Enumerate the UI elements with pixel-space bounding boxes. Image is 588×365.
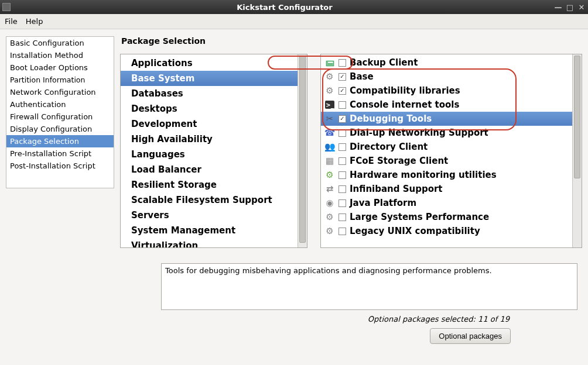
menu-help[interactable]: Help [26,17,43,26]
package-checkbox[interactable] [339,129,346,137]
tools-icon: ✂ [324,113,335,124]
gear-icon: ⚙ [324,226,335,236]
package-item[interactable]: ⚙Hardware monitoring utilities [321,168,572,182]
category-listbox: Applications Base System Databases Deskt… [120,54,307,248]
window-controls: — □ ✕ [554,3,586,12]
package-label: Dial-up Networking Support [350,128,488,138]
description-box: Tools for debugging misbehaving applicat… [161,263,577,310]
menubar: File Help [0,14,588,29]
phone-icon: ☎ [324,128,335,138]
category-item[interactable]: Desktops [121,101,298,116]
package-label: Java Platform [350,198,416,208]
optional-packages-button[interactable]: Optional packages [430,328,511,344]
package-item[interactable]: ⚙Compatibility libraries [321,84,572,98]
panels-row: Applications Base System Databases Deskt… [120,54,582,248]
package-checkbox[interactable] [339,101,346,109]
package-label: Hardware monitoring utilities [350,170,497,180]
category-item[interactable]: Databases [121,86,298,101]
package-item[interactable]: >_Console internet tools [321,98,572,112]
package-item[interactable]: ☎Dial-up Networking Support [321,126,572,140]
gear-icon: ⚙ [324,71,335,82]
package-item[interactable]: 🖴Backup Client [321,56,572,70]
footer: Optional packages selected: 11 of 19 Opt… [120,315,582,344]
package-checkbox[interactable] [339,214,346,221]
package-list[interactable]: 🖴Backup Client⚙Base⚙Compatibility librar… [321,54,572,247]
sidebar-item-authentication[interactable]: Authentication [6,98,114,111]
content-area: Basic Configuration Installation Method … [0,29,588,365]
window-title: Kickstart Configurator [15,3,554,12]
package-label: Infiniband Support [350,184,443,194]
package-label: Directory Client [350,142,428,152]
sidebar-item-pre-installation-script[interactable]: Pre-Installation Script [6,147,114,160]
maximize-button[interactable]: □ [566,3,574,12]
category-item[interactable]: Virtualization [121,238,298,247]
package-item[interactable]: ▦FCoE Storage Client [321,154,572,168]
sidebar-item-partition-information[interactable]: Partition Information [6,74,114,86]
package-checkbox[interactable] [339,228,346,235]
category-item[interactable]: Scalable Filesystem Support [121,192,298,208]
category-item[interactable]: Load Balancer [121,162,298,177]
sidebar-item-post-installation-script[interactable]: Post-Installation Script [6,160,114,172]
scroll-thumb[interactable] [299,56,306,243]
sidebar-item-firewall-configuration[interactable]: Firewall Configuration [6,111,114,123]
app-icon [2,3,11,11]
category-item[interactable]: Base System [121,71,298,86]
category-scrollbar[interactable] [298,54,307,247]
users-icon: 👥 [324,142,335,152]
category-item[interactable]: Servers [121,208,298,223]
optional-packages-status: Optional packages selected: 11 of 19 [120,315,574,323]
package-scrollbar[interactable] [572,54,582,247]
category-item[interactable]: System Management [121,223,298,238]
package-item[interactable]: ⚙Base [321,70,572,84]
package-item[interactable]: 👥Directory Client [321,140,572,154]
package-checkbox[interactable] [339,199,346,207]
category-list[interactable]: Applications Base System Databases Deskt… [121,54,298,247]
sidebar-item-boot-loader-options[interactable]: Boot Loader Options [6,61,114,74]
drive-icon: 🖴 [324,57,335,68]
scroll-thumb[interactable] [574,56,580,178]
package-checkbox[interactable] [339,59,346,67]
package-checkbox[interactable] [339,115,346,123]
package-checkbox[interactable] [339,87,346,95]
titlebar: Kickstart Configurator — □ ✕ [0,0,588,14]
package-checkbox[interactable] [339,157,346,165]
package-item[interactable]: ⇄Infiniband Support [321,182,572,196]
category-item[interactable]: Development [121,116,298,132]
sidebar-item-basic-configuration[interactable]: Basic Configuration [6,37,114,49]
terminal-icon: >_ [324,99,335,110]
category-item[interactable]: High Availability [121,132,298,147]
package-item[interactable]: ✂Debugging Tools [321,112,572,126]
sidebar-item-display-configuration[interactable]: Display Configuration [6,123,114,135]
package-label: Debugging Tools [350,113,432,124]
sidebar-item-network-configuration[interactable]: Network Configuration [6,86,114,98]
package-item[interactable]: ⚙Legacy UNIX compatibility [321,224,572,238]
network-icon: ⇄ [324,184,335,194]
package-checkbox[interactable] [339,171,346,179]
disc-icon: ◉ [324,198,335,208]
close-button[interactable]: ✕ [577,3,586,12]
package-checkbox[interactable] [339,185,346,193]
category-item[interactable]: Applications [121,56,298,71]
package-label: Large Systems Performance [350,212,489,222]
sidebar-item-installation-method[interactable]: Installation Method [6,49,114,61]
category-item[interactable]: Resilient Storage [121,177,298,192]
package-checkbox[interactable] [339,143,346,151]
package-item[interactable]: ◉Java Platform [321,196,572,210]
package-label: Compatibility libraries [350,85,460,96]
minimize-button[interactable]: — [554,3,562,12]
sidebar: Basic Configuration Installation Method … [6,36,114,188]
package-item[interactable]: ⚙Large Systems Performance [321,210,572,224]
sidebar-item-package-selection[interactable]: Package Selection [6,135,114,147]
package-label: FCoE Storage Client [350,156,448,166]
gear-icon: ⚙ [324,85,335,96]
package-label: Backup Client [350,57,418,68]
package-listbox: 🖴Backup Client⚙Base⚙Compatibility librar… [320,54,582,248]
gear-icon: ⚙ [324,212,335,222]
hardware-icon: ⚙ [324,170,335,180]
category-item[interactable]: Languages [121,147,298,162]
menu-file[interactable]: File [5,17,18,26]
package-label: Console internet tools [350,99,459,110]
package-checkbox[interactable] [339,73,346,81]
main-panel: Package Selection Applications Base Syst… [120,36,582,360]
package-label: Legacy UNIX compatibility [350,226,480,236]
